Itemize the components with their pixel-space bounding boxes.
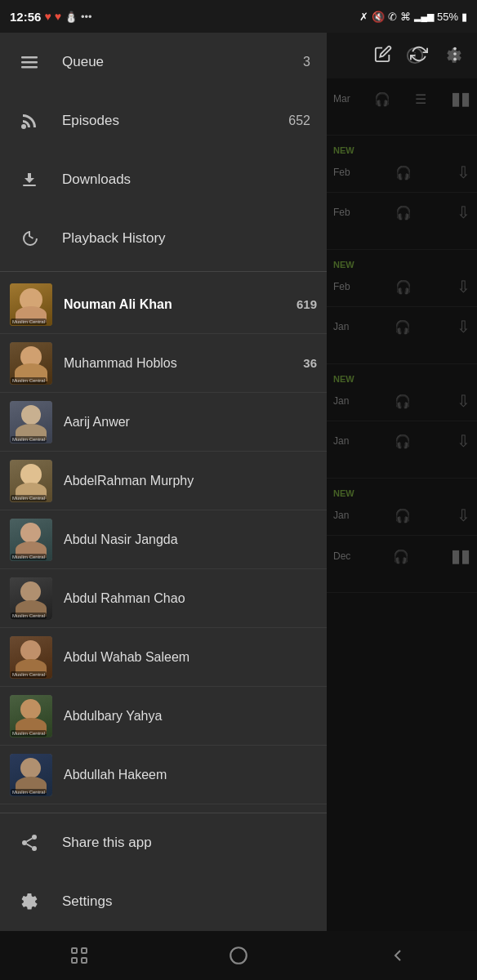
wifi-icon: ⌘ <box>400 11 411 23</box>
edit-icon[interactable] <box>368 38 399 74</box>
speaker-name: Aarij Anwer <box>64 415 305 430</box>
svg-point-3 <box>21 124 26 129</box>
drawer-overlay <box>327 33 477 931</box>
svg-point-5 <box>32 835 37 840</box>
back-button[interactable] <box>373 935 422 976</box>
svg-rect-4 <box>23 185 36 186</box>
nav-section: Queue 3 Episodes 652 Down <box>0 33 327 268</box>
rss-icon <box>16 111 42 131</box>
avatar: Muslim Central <box>10 695 52 737</box>
share-label: Share this app <box>62 835 310 851</box>
heart-icon-1: ♥ <box>44 10 51 23</box>
list-item[interactable]: Muslim Central Nouman Ali Khan 619 <box>0 275 327 334</box>
sidebar-item-settings[interactable]: Settings <box>0 872 327 931</box>
speaker-count: 619 <box>296 297 317 311</box>
avatar: Muslim Central <box>10 342 52 385</box>
list-item[interactable]: Muslim Central Muhammad Hoblos 36 <box>0 334 327 393</box>
avatar: Muslim Central <box>10 754 52 796</box>
svg-rect-15 <box>72 948 77 953</box>
svg-point-12 <box>453 47 457 50</box>
sidebar-item-downloads[interactable]: Downloads <box>0 150 327 209</box>
svg-point-13 <box>453 52 457 56</box>
status-bar: 12:56 ♥ ♥ ⛄ ••• ✗ 🔇 ✆ ⌘ ▂▄▆ 55% ▮ <box>0 0 477 33</box>
speaker-name: Nouman Ali Khan <box>64 297 285 312</box>
list-item[interactable]: Muslim Central Aarij Anwer <box>0 393 327 452</box>
speaker-count: 36 <box>303 356 317 370</box>
avatar: Muslim Central <box>10 283 52 326</box>
heart-icon-2: ♥ <box>55 10 61 23</box>
list-item[interactable]: Muslim Central Abdullah Hakim Quick <box>0 804 327 813</box>
list-item[interactable]: Muslim Central AbdelRahman Murphy <box>0 452 327 510</box>
queue-count: 3 <box>303 55 310 69</box>
svg-rect-17 <box>72 958 77 963</box>
queue-label: Queue <box>62 54 283 70</box>
avatar: Muslim Central <box>10 519 52 561</box>
avatar: Muslim Central <box>10 401 52 443</box>
list-item[interactable]: Muslim Central Abdul Nasir Jangda <box>0 510 327 569</box>
drawer: Queue 3 Episodes 652 Down <box>0 33 327 931</box>
bottom-section: Share this app Settings <box>0 813 327 931</box>
battery-icon: ▮ <box>461 11 467 23</box>
sidebar-item-episodes[interactable]: Episodes 652 <box>0 91 327 150</box>
playback-history-label: Playback History <box>62 230 291 247</box>
settings-icon <box>16 892 42 911</box>
episodes-label: Episodes <box>62 113 269 129</box>
avatar: Muslim Central <box>10 577 52 620</box>
downloads-label: Downloads <box>62 172 291 188</box>
speaker-name: Muhammad Hoblos <box>64 356 292 371</box>
home-button[interactable] <box>214 935 263 976</box>
svg-point-19 <box>230 947 247 964</box>
settings-label: Settings <box>62 893 310 910</box>
recent-apps-button[interactable] <box>55 935 104 976</box>
speaker-name: Abdulbary Yahya <box>64 709 305 724</box>
list-item[interactable]: Muslim Central Abdul Wahab Saleem <box>0 628 327 687</box>
mute-icon: 🔇 <box>372 11 385 23</box>
nav-bar <box>0 931 477 980</box>
svg-rect-0 <box>21 56 38 59</box>
avatar: Muslim Central <box>10 813 52 813</box>
svg-rect-1 <box>21 61 38 64</box>
svg-point-14 <box>453 57 457 60</box>
svg-line-8 <box>27 844 33 848</box>
status-left: 12:56 ♥ ♥ ⛄ ••• <box>10 10 92 24</box>
list-item[interactable]: Muslim Central Abdul Rahman Chao <box>0 569 327 628</box>
speaker-name: Abdullah Hakeem <box>64 768 305 782</box>
speaker-name: Abdul Rahman Chao <box>64 591 305 606</box>
sidebar-item-playback-history[interactable]: Playback History <box>0 209 327 268</box>
avatar: Muslim Central <box>10 636 52 679</box>
svg-line-9 <box>27 839 33 842</box>
svg-rect-2 <box>21 66 38 69</box>
sidebar-item-share[interactable]: Share this app <box>0 813 327 872</box>
svg-point-7 <box>32 846 37 851</box>
more-icon: ••• <box>81 11 92 23</box>
svg-rect-18 <box>82 958 87 963</box>
share-icon <box>16 833 42 853</box>
more-vert-icon[interactable] <box>439 38 470 74</box>
status-right: ✗ 🔇 ✆ ⌘ ▂▄▆ 55% ▮ <box>359 11 467 23</box>
speaker-name: Abdul Nasir Jangda <box>64 532 305 547</box>
signal-icon: ▂▄▆ <box>414 11 434 22</box>
svg-rect-16 <box>82 948 87 953</box>
list-item[interactable]: Muslim Central Abdulbary Yahya <box>0 687 327 746</box>
call-icon: ✆ <box>388 11 397 23</box>
speaker-name: AbdelRahman Murphy <box>64 474 305 488</box>
speaker-list: Muslim Central Nouman Ali Khan 619 Musli… <box>0 275 327 813</box>
refresh-icon[interactable] <box>403 38 435 74</box>
bluetooth-icon: ✗ <box>359 11 368 23</box>
svg-point-6 <box>22 840 27 845</box>
episodes-count: 652 <box>288 114 310 128</box>
divider-1 <box>0 271 327 272</box>
status-time: 12:56 <box>10 10 41 24</box>
menu-icon <box>16 52 42 72</box>
speaker-name: Abdul Wahab Saleem <box>64 650 305 665</box>
lastfm-icon: ⛄ <box>65 11 78 23</box>
sidebar-item-queue[interactable]: Queue 3 <box>0 33 327 91</box>
download-icon <box>16 170 42 189</box>
battery-percent: 55% <box>437 11 458 23</box>
history-icon <box>16 229 42 248</box>
list-item[interactable]: Muslim Central Abdullah Hakeem <box>0 746 327 804</box>
main-toolbar-overlay <box>327 33 477 78</box>
avatar: Muslim Central <box>10 460 52 502</box>
